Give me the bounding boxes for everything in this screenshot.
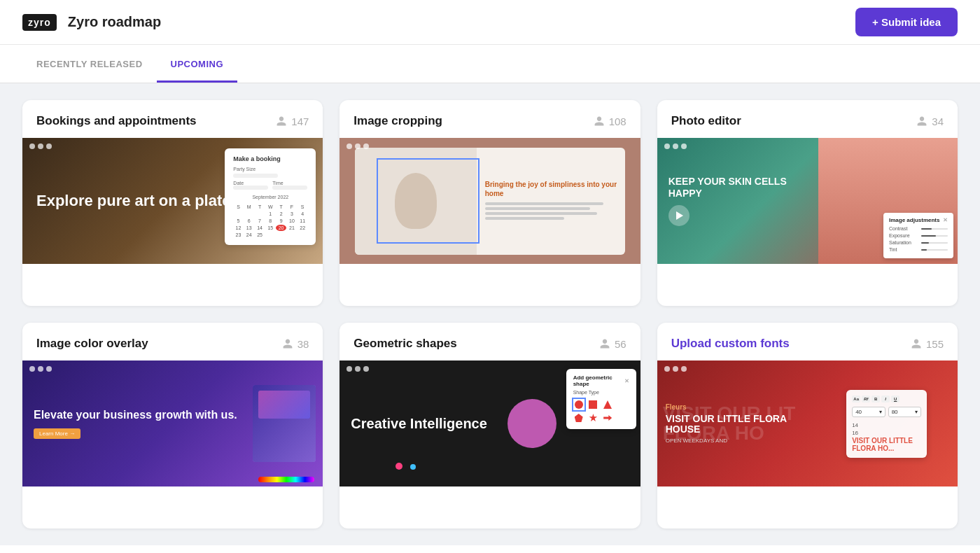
card-image-cropping[interactable]: Image cropping 108 Bringing the joy of s… — [340, 100, 640, 306]
fonts-brand: Fleurs — [666, 403, 808, 411]
card-votes-fonts: 155 — [911, 338, 944, 350]
shapes-circle-decoration — [507, 399, 556, 448]
card-title-image-cropping: Image cropping — [354, 114, 442, 128]
shape-empty2-btn — [617, 412, 628, 424]
font-tool-u[interactable]: U — [891, 396, 899, 402]
slider-label-contrast: Contrast — [889, 226, 918, 231]
submit-idea-button[interactable]: + Submit idea — [855, 8, 958, 36]
overlay-color-sample — [258, 391, 310, 419]
slider-bar-exposure — [921, 235, 948, 237]
fonts-left-panel: VISIT OUR LIT FLORA HO Fleurs VISIT OUR … — [657, 360, 816, 486]
cal-day-s1: S — [233, 204, 243, 210]
fonts-headline: VISIT OUR LITTLE FLORA HOUSE — [666, 414, 808, 435]
window-dots-bookings — [29, 144, 52, 149]
window-dots-cropping — [346, 144, 369, 149]
slider-tint: Tint — [889, 247, 948, 252]
votes-icon-shapes — [599, 338, 610, 349]
tab-recently-released[interactable]: RECENTLY RELEASED — [22, 48, 157, 83]
card-photo-editor[interactable]: Photo editor 34 KEEP YOUR SKIN CELLS HAP… — [657, 100, 958, 306]
shapes-popup: Add geometric shape ✕ Shape Type — [566, 369, 636, 429]
card-image-shapes: Creative Intelligence Add geometric shap… — [340, 360, 640, 486]
cal-day-m1: M — [244, 204, 254, 210]
window-dots-fonts — [664, 366, 687, 372]
window-dots-photo — [664, 144, 687, 149]
font-tool-b[interactable]: B — [872, 396, 880, 402]
card-votes-image-cropping: 108 — [594, 115, 626, 127]
card-image-bookings: Explore pure art on a plate Make a booki… — [22, 138, 323, 264]
slider-contrast: Contrast — [889, 226, 948, 231]
fonts-size-selector: 40 ▾ 80 ▾ — [852, 407, 921, 417]
crop-line-2 — [485, 207, 591, 210]
crop-text-lines — [485, 202, 617, 222]
photo-adjustments-panel: Image adjustments ✕ Contrast Exposure — [883, 213, 953, 258]
cards-grid: Bookings and appointments 147 Explore pu… — [0, 83, 980, 545]
shape-circle-btn[interactable] — [573, 399, 584, 410]
card-image-color-overlay[interactable]: Image color overlay 38 Elevate your busi… — [22, 323, 323, 528]
font-tool-custom: Aa — [852, 396, 860, 402]
card-upload-custom-fonts[interactable]: Upload custom fonts 155 VISIT OUR LIT FL… — [657, 323, 958, 528]
photo-left-panel: KEEP YOUR SKIN CELLS HAPPY — [657, 138, 819, 264]
window-dots-shapes — [346, 366, 369, 372]
slider-label-tint: Tint — [889, 247, 918, 252]
fonts-select-size-80[interactable]: 80 ▾ — [888, 407, 922, 417]
tab-upcoming[interactable]: UPCOMING — [157, 48, 238, 83]
header: zyro Zyro roadmap + Submit idea — [0, 0, 980, 45]
overlay-gradient-bar — [258, 477, 314, 482]
shape-star-btn[interactable] — [587, 412, 598, 424]
logo: zyro — [22, 14, 57, 31]
small-circle-1 — [396, 463, 402, 470]
card-geometric-shapes[interactable]: Geometric shapes 56 Creative Intelligenc… — [340, 323, 640, 528]
fonts-text-content: Fleurs VISIT OUR LITTLE FLORA HOUSE OPEN… — [666, 403, 808, 444]
booking-popup-title: Make a booking — [233, 155, 307, 162]
card-title-shapes: Geometric shapes — [354, 337, 456, 351]
shape-pentagon-btn[interactable] — [573, 412, 584, 424]
crop-line-3 — [485, 212, 597, 215]
card-image-fonts: VISIT OUR LIT FLORA HO Fleurs VISIT OUR … — [657, 360, 958, 486]
shapes-grid — [573, 399, 629, 424]
shapes-popup-subtitle: Shape Type — [573, 390, 629, 395]
fonts-list-item-14[interactable]: 14 — [852, 421, 921, 429]
shape-triangle-btn[interactable] — [602, 399, 613, 410]
booking-field-time — [272, 186, 307, 190]
shape-arrow-btn[interactable] — [602, 412, 613, 424]
card-bookings[interactable]: Bookings and appointments 147 Explore pu… — [22, 100, 323, 306]
card-header-bookings: Bookings and appointments 147 — [22, 100, 323, 138]
fonts-sub: OPEN WEEKDAYS AND — [666, 438, 808, 444]
crop-line-1 — [485, 202, 604, 205]
shapes-popup-close[interactable]: ✕ — [624, 378, 629, 384]
booking-date-label: Date — [233, 181, 268, 186]
booking-field-date — [233, 186, 268, 190]
fonts-list: 14 16 — [852, 421, 921, 437]
card-votes-bookings: 147 — [276, 115, 309, 127]
shape-square-btn[interactable] — [587, 399, 598, 410]
cal-day-w: W — [265, 204, 275, 210]
fonts-select-size-40[interactable]: 40 ▾ — [852, 407, 886, 417]
votes-icon-bookings — [276, 115, 287, 127]
photo-panel-close[interactable]: ✕ — [943, 217, 948, 223]
slider-exposure: Exposure — [889, 233, 948, 238]
booking-hero-text: Explore pure art on a plate — [36, 191, 231, 211]
photo-right-panel: Image adjustments ✕ Contrast Exposure — [818, 138, 958, 264]
card-votes-shapes: 56 — [599, 338, 626, 350]
cal-day-t1: T — [255, 204, 265, 210]
overlay-right-panel — [253, 385, 316, 462]
card-title-photo-editor: Photo editor — [671, 114, 741, 128]
overlay-headline: Elevate your business growth with us. — [34, 408, 237, 423]
font-tool-i[interactable]: I — [881, 396, 890, 402]
votes-icon-fonts — [911, 338, 922, 349]
cal-day-s2: S — [298, 204, 307, 210]
shapes-small-decorations — [396, 460, 415, 472]
slider-bar-contrast — [921, 228, 948, 230]
booking-calendar: S M T W T F S 1 2 3 4 5 — [233, 204, 307, 238]
booking-time-label: Time — [272, 181, 307, 186]
card-title-bookings: Bookings and appointments — [36, 114, 197, 128]
fonts-list-item-16[interactable]: 16 — [852, 429, 921, 437]
fonts-panel: Aa Rf B I U 40 ▾ 80 — [846, 390, 927, 458]
card-header-image-cropping: Image cropping 108 — [340, 100, 640, 138]
font-tool-ralikon: Rf — [862, 396, 870, 402]
shape-empty-btn — [617, 399, 628, 410]
fonts-right-panel: Aa Rf B I U 40 ▾ 80 — [816, 360, 958, 486]
votes-icon-cropping — [594, 115, 605, 127]
booking-date-time-row: Date Time — [233, 181, 307, 192]
page-title: Zyro roadmap — [68, 14, 161, 30]
